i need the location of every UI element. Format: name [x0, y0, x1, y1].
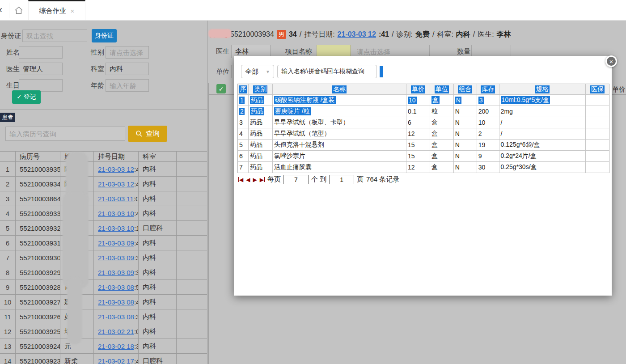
patient-row[interactable]: 1355210003924元21-03-02 18:34内科	[0, 339, 207, 354]
drug-row[interactable]: 2药品赛庚啶片 /粒0.1粒N2002mg	[238, 106, 609, 117]
row-index: 13	[0, 339, 16, 354]
drug-stock-cell: 9	[477, 151, 499, 162]
gender-input[interactable]	[106, 46, 149, 59]
date-link[interactable]: 21-03-03 09	[98, 239, 134, 247]
patient-row[interactable]: 255210003934陈21-03-03 12:41内科	[0, 177, 207, 191]
date-rest: :45	[134, 165, 139, 173]
extra-cell	[177, 250, 207, 265]
drug-insurance-cell	[586, 162, 609, 173]
date-rest: :31	[134, 313, 139, 321]
patient-row[interactable]: 1055210003927建21-03-03 08:41内科	[0, 295, 207, 309]
reg-date-cell: 21-03-03 08:55	[94, 280, 139, 295]
date-link[interactable]: 21-03-03 12	[98, 180, 134, 188]
reg-date-cell: 21-03-03 08:41	[94, 295, 139, 309]
drug-spec-cell: 0.2g*24片/盒	[499, 151, 586, 162]
prev-page-button[interactable]: ◀	[246, 177, 250, 183]
patient-row[interactable]: 1255210003925培21-03-02 21:04内科	[0, 324, 207, 339]
col-price: 单价	[411, 85, 425, 93]
drug-combo-cell: N	[454, 140, 477, 151]
date-link[interactable]: 21-03-03 10	[98, 210, 134, 217]
modal-close-button[interactable]: ×	[605, 55, 617, 67]
tab-integrated-work[interactable]: 综合作业 ×	[28, 0, 85, 20]
name-input[interactable]	[19, 46, 63, 59]
doctor-input[interactable]	[19, 63, 63, 75]
date-link[interactable]: 21-03-02 21	[98, 328, 134, 335]
date-link[interactable]: 21-03-03 09	[98, 269, 134, 276]
patient-row[interactable]: 655210003931胡 文21-03-03 09:41内科	[0, 236, 207, 250]
extra-cell	[177, 206, 207, 221]
check-icon: ✓	[219, 85, 224, 93]
header-date: 挂号日期	[94, 152, 139, 162]
select-all-checkbox[interactable]: ✓	[216, 84, 226, 93]
date-link[interactable]: 21-03-03 11	[98, 195, 134, 203]
patient-row[interactable]: 1455210003923新柔21-03-02 17:49口腔科	[0, 354, 207, 364]
extra-cell	[177, 354, 207, 364]
date-link[interactable]: 21-03-03 08	[98, 284, 134, 291]
reg-date-link[interactable]: 21-03-03 12	[338, 30, 376, 38]
next-page-button[interactable]: ▶	[253, 177, 257, 183]
birth-input[interactable]	[19, 79, 63, 92]
patient-row[interactable]: 955210003928肖 晨21-03-03 08:55内科	[0, 280, 207, 295]
drug-row[interactable]: 7药品活血止痛胶囊12盒N300.25g*30s/盒	[238, 162, 609, 173]
drug-row[interactable]: 5药品头孢克洛干混悬剂15盒N190.125g*6袋/盒	[238, 140, 609, 151]
drug-row[interactable]: 3药品早早孕试纸（板型、卡型）6盒N10/	[238, 117, 609, 128]
collapse-icon[interactable]: «	[0, 4, 2, 16]
record-search-input[interactable]	[5, 127, 125, 141]
dept-input[interactable]	[106, 63, 149, 75]
check-icon: ✓	[17, 93, 22, 100]
unit-label: 单位	[216, 65, 229, 78]
date-link[interactable]: 21-03-03 10	[98, 224, 134, 232]
modal-search-input[interactable]	[277, 65, 377, 78]
drug-unit-cell: 盒	[430, 162, 454, 173]
register-button[interactable]: ✓ 登记	[12, 90, 41, 104]
drug-spec-cell: 10ml:0.5g*5支/盒	[499, 95, 586, 106]
drug-no-cell: 5	[238, 140, 249, 151]
separator: /	[432, 30, 434, 38]
patient-row[interactable]: 1155210003926如21-03-03 08:31内科	[0, 309, 207, 324]
dept-cell: 内科	[139, 265, 177, 280]
patient-row[interactable]: 455210003933高21-03-03 10:44内科	[0, 206, 207, 221]
drug-row[interactable]: 4药品早早孕试纸（笔型）12盒N2/	[238, 128, 609, 140]
age-input[interactable]	[106, 79, 149, 92]
patient-row[interactable]: 355210003864余21-03-03 11:08内科	[0, 191, 207, 206]
date-link[interactable]: 21-03-03 09	[98, 254, 134, 262]
home-button[interactable]	[9, 3, 28, 18]
per-page-input[interactable]	[283, 175, 309, 184]
patient-row[interactable]: 855210003929杨21-03-03 09:32内科	[0, 265, 207, 280]
id-card-input[interactable]	[22, 30, 87, 42]
drug-unit-cell: 盒	[430, 95, 454, 106]
record-number-cell: 55210003934	[16, 177, 60, 191]
tab-close-icon[interactable]: ×	[71, 7, 75, 15]
date-link[interactable]: 21-03-02 17	[98, 357, 134, 364]
drug-row[interactable]: 1药品碳酸氢钠注射液 /盒装10盒N310ml:0.5g*5支/盒	[238, 95, 609, 106]
drug-insurance-cell	[586, 151, 609, 162]
reg-date-cell: 21-03-03 10:44	[94, 206, 139, 221]
record-number-cell: 55210003929	[16, 265, 60, 280]
reg-date-cell: 21-03-03 08:31	[94, 309, 139, 324]
search-button[interactable]: 查询	[128, 126, 167, 142]
first-page-button[interactable]: ◀	[238, 177, 243, 183]
patient-row[interactable]: 755210003930周21-03-03 09:37内科	[0, 250, 207, 265]
page-input[interactable]	[329, 175, 354, 184]
date-link[interactable]: 21-03-02 18	[98, 343, 134, 350]
drug-type-cell: 药品	[249, 151, 273, 162]
id-card-button[interactable]: 身份证	[92, 29, 117, 42]
date-link[interactable]: 21-03-03 12	[98, 165, 134, 173]
reg-date-cell: 21-03-03 12:45	[94, 162, 139, 177]
date-link[interactable]: 21-03-03 08	[98, 298, 134, 306]
drug-type-cell: 药品	[249, 140, 273, 151]
last-page-button[interactable]: ▶	[260, 177, 265, 183]
items-grid-price-header: 单价	[612, 85, 626, 94]
row-index: 14	[0, 354, 16, 364]
app-screen: « 综合作业 × 身份证 身份证 姓名 性别 医生 科室 生日 年龄 ✓ 登记 …	[0, 0, 626, 364]
category-dropdown[interactable]: 全部 ▼	[241, 65, 274, 78]
dept-cell: 内科	[139, 236, 177, 250]
patient-row[interactable]: 155210003935陈21-03-03 12:45内科	[0, 162, 207, 177]
redaction-overlay	[208, 29, 232, 38]
drug-price-cell: 15	[406, 140, 430, 151]
drug-name-cell: 头孢克洛干混悬剂	[273, 140, 406, 151]
drug-row[interactable]: 6药品氯唑沙宗片15盒N90.2g*24片/盒	[238, 151, 609, 162]
patient-row[interactable]: 555210003932余21-03-03 10:17口腔科	[0, 221, 207, 236]
date-link[interactable]: 21-03-03 08	[98, 313, 134, 321]
drug-spec-cell: 2mg	[499, 106, 586, 117]
